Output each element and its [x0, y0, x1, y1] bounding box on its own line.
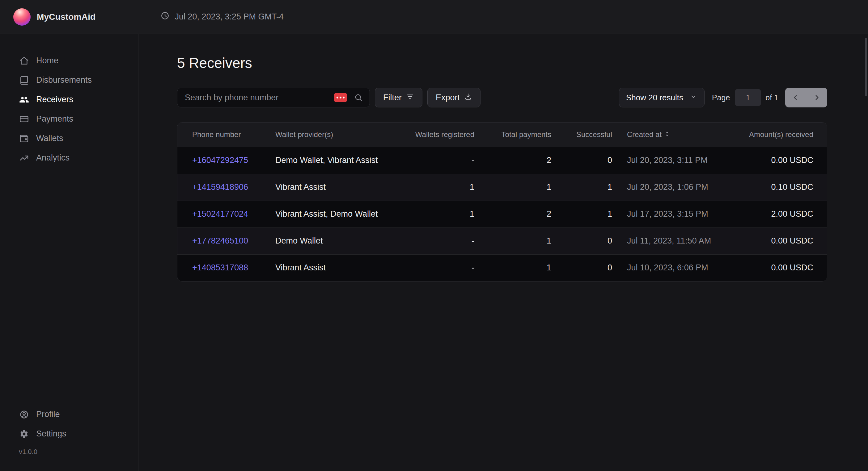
cell-created-at: Jul 20, 2023, 3:11 PM	[612, 147, 730, 174]
cell-created-at: Jul 10, 2023, 6:06 PM	[612, 254, 730, 281]
export-button[interactable]: Export	[427, 88, 480, 107]
app-version: v1.0.0	[0, 448, 138, 456]
cell-created-at: Jul 17, 2023, 3:15 PM	[612, 201, 730, 228]
filter-button-label: Filter	[383, 93, 402, 102]
cell-amount: 0.00 USDC	[730, 228, 827, 254]
table-row: +15024177024 Vibrant Assist, Demo Wallet…	[177, 201, 827, 228]
cell-providers: Vibrant Assist	[275, 174, 399, 201]
sidebar-item-label: Analytics	[36, 153, 69, 163]
col-phone-number: Phone number	[177, 123, 275, 147]
cell-providers: Demo Wallet, Vibrant Assist	[275, 147, 399, 174]
col-created-at[interactable]: Created at	[612, 123, 730, 147]
export-button-label: Export	[436, 93, 460, 102]
cell-wallets-registered: -	[399, 147, 474, 174]
cell-successful: 1	[551, 174, 612, 201]
phone-link[interactable]: +15024177024	[192, 209, 248, 218]
cell-created-at: Jul 20, 2023, 1:06 PM	[612, 174, 730, 201]
cell-amount: 0.10 USDC	[730, 174, 827, 201]
table-row: +16047292475 Demo Wallet, Vibrant Assist…	[177, 147, 827, 174]
cell-wallets-registered: -	[399, 228, 474, 254]
table-row: +17782465100 Demo Wallet - 1 0 Jul 11, 2…	[177, 228, 827, 254]
show-results-label: Show 20 results	[626, 93, 683, 102]
sort-icon	[664, 130, 670, 139]
next-page-button[interactable]	[806, 88, 827, 107]
col-wallets-registered: Wallets registered	[399, 123, 474, 147]
filter-button[interactable]: Filter	[375, 88, 423, 107]
sidebar-item-analytics[interactable]: Analytics	[0, 148, 138, 168]
sidebar-nav: Home Disbursements Receivers Payments	[0, 34, 138, 168]
col-wallet-providers: Wallet provider(s)	[275, 123, 399, 147]
wallets-icon	[19, 133, 29, 144]
cell-total-payments: 2	[474, 201, 551, 228]
disbursements-icon	[19, 75, 29, 86]
cell-amount: 0.00 USDC	[730, 254, 827, 281]
sidebar-item-disbursements[interactable]: Disbursements	[0, 70, 138, 90]
cell-total-payments: 1	[474, 174, 551, 201]
cell-successful: 0	[551, 147, 612, 174]
password-manager-badge-icon[interactable]	[334, 93, 347, 102]
home-icon	[19, 56, 29, 66]
cell-wallets-registered: 1	[399, 174, 474, 201]
sidebar-item-payments[interactable]: Payments	[0, 109, 138, 129]
topbar: MyCustomAid Jul 20, 2023, 3:25 PM GMT-4	[0, 0, 868, 34]
sidebar-footer: Profile Settings v1.0.0	[0, 405, 138, 456]
controls-left: Filter Export	[177, 88, 480, 107]
sidebar-item-label: Home	[36, 56, 58, 65]
cell-amount: 2.00 USDC	[730, 201, 827, 228]
col-amounts-received: Amount(s) received	[730, 123, 827, 147]
cell-wallets-registered: -	[399, 254, 474, 281]
search-wrap	[177, 88, 370, 107]
cell-wallets-registered: 1	[399, 201, 474, 228]
cell-created-at: Jul 11, 2023, 11:50 AM	[612, 228, 730, 254]
sidebar-item-wallets[interactable]: Wallets	[0, 129, 138, 148]
cell-total-payments: 1	[474, 254, 551, 281]
download-icon	[464, 93, 472, 103]
cell-providers: Vibrant Assist	[275, 254, 399, 281]
show-results-select[interactable]: Show 20 results	[619, 88, 705, 107]
phone-link[interactable]: +17782465100	[192, 236, 248, 245]
scrollbar[interactable]	[865, 38, 867, 96]
page-of-label: of 1	[766, 93, 778, 102]
cell-amount: 0.00 USDC	[730, 147, 827, 174]
sidebar-item-receivers[interactable]: Receivers	[0, 90, 138, 109]
sidebar-item-profile[interactable]: Profile	[0, 405, 138, 424]
cell-providers: Vibrant Assist, Demo Wallet	[275, 201, 399, 228]
sidebar-item-label: Wallets	[36, 134, 63, 143]
table-row: +14085317088 Vibrant Assist - 1 0 Jul 10…	[177, 254, 827, 281]
cell-total-payments: 1	[474, 228, 551, 254]
phone-link[interactable]: +14159418906	[192, 182, 248, 192]
sidebar-item-home[interactable]: Home	[0, 51, 138, 70]
sidebar: Home Disbursements Receivers Payments	[0, 34, 138, 471]
col-created-at-label: Created at	[627, 130, 661, 139]
brand: MyCustomAid	[13, 8, 95, 26]
cell-total-payments: 2	[474, 147, 551, 174]
phone-link[interactable]: +16047292475	[192, 156, 248, 165]
controls-right: Show 20 results Page of 1	[619, 88, 827, 107]
analytics-icon	[19, 153, 29, 163]
page-number-input[interactable]	[735, 89, 761, 106]
pagination	[785, 88, 827, 107]
sidebar-item-label: Payments	[36, 114, 73, 124]
clock-icon	[160, 11, 169, 23]
sidebar-item-label: Profile	[36, 410, 60, 419]
sidebar-item-label: Settings	[36, 429, 66, 439]
chevron-down-icon	[689, 93, 698, 103]
page-label: Page	[712, 93, 730, 102]
app-logo	[13, 8, 31, 26]
sidebar-item-label: Receivers	[36, 95, 73, 104]
gear-icon	[19, 429, 29, 439]
search-icon	[354, 93, 363, 103]
col-successful: Successful	[551, 123, 612, 147]
sidebar-item-label: Disbursements	[36, 75, 92, 85]
receivers-icon	[19, 95, 29, 105]
cell-successful: 1	[551, 201, 612, 228]
phone-link[interactable]: +14085317088	[192, 263, 248, 272]
profile-icon	[19, 409, 29, 420]
sidebar-item-settings[interactable]: Settings	[0, 424, 138, 443]
prev-page-button[interactable]	[785, 88, 806, 107]
cell-successful: 0	[551, 254, 612, 281]
col-total-payments: Total payments	[474, 123, 551, 147]
filter-icon	[406, 93, 414, 103]
controls-row: Filter Export Show 20 results	[177, 88, 827, 107]
page-title: 5 Receivers	[177, 54, 827, 72]
